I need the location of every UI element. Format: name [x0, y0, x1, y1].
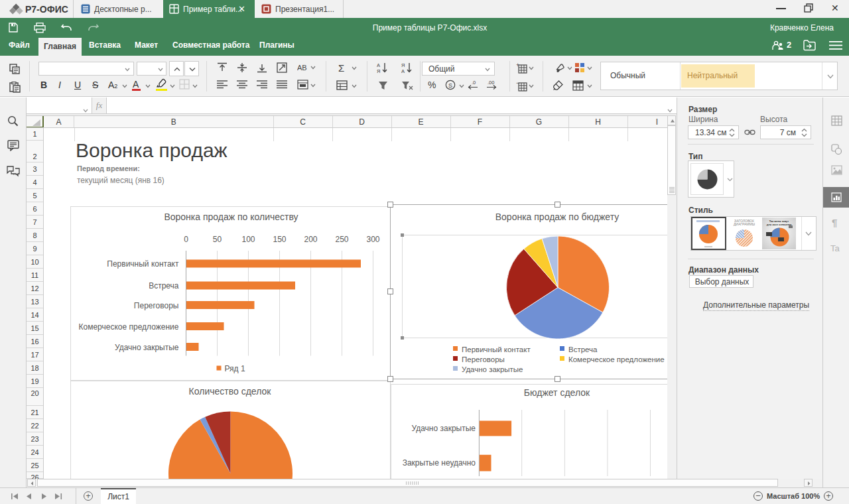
svg-text:Комерческое предложение: Комерческое предложение [78, 322, 178, 332]
svg-text:100: 100 [241, 235, 255, 244]
svg-text:Ряд 1: Ряд 1 [224, 364, 245, 373]
svg-text:300: 300 [366, 235, 379, 244]
svg-text:А: А [377, 62, 380, 68]
svg-text:Количество сделок: Количество сделок [188, 386, 271, 397]
svg-text:Бюджет сделок: Бюджет сделок [524, 387, 590, 398]
svg-text:Встреча: Встреча [568, 346, 598, 353]
svg-text:Первичный контакт: Первичный контакт [462, 346, 531, 353]
svg-text:50: 50 [212, 235, 222, 244]
svg-text:0: 0 [184, 235, 188, 244]
svg-text:Воронка продаж по бюджету: Воронка продаж по бюджету [495, 212, 619, 222]
svg-text:.00: .00 [488, 80, 494, 86]
svg-text:Удачно закрытые: Удачно закрытые [462, 365, 523, 373]
svg-text:Удачно закрытые: Удачно закрытые [411, 424, 476, 433]
svg-text:Я: Я [377, 68, 380, 74]
svg-text:Переговоры: Переговоры [462, 355, 505, 363]
svg-text:Первичный контакт: Первичный контакт [107, 259, 179, 269]
svg-text:200: 200 [304, 235, 317, 244]
svg-text:Комерческое предложение: Комерческое предложение [568, 355, 665, 363]
svg-text:.0: .0 [472, 80, 476, 86]
svg-text:Удачно закрытые: Удачно закрытые [114, 343, 178, 352]
svg-text:Закрытые неудачно: Закрытые неудачно [403, 458, 476, 468]
svg-text:AB: AB [297, 64, 307, 72]
svg-text:Воронка продаж по количеству: Воронка продаж по количеству [164, 212, 298, 222]
svg-text:S: S [448, 82, 452, 89]
svg-text:Я: Я [401, 62, 405, 68]
svg-text:Переговоры: Переговоры [133, 301, 178, 310]
svg-text:Встреча: Встреча [149, 281, 179, 290]
svg-text:А: А [401, 68, 405, 74]
svg-text:250: 250 [335, 235, 348, 244]
svg-text:150: 150 [273, 235, 286, 244]
